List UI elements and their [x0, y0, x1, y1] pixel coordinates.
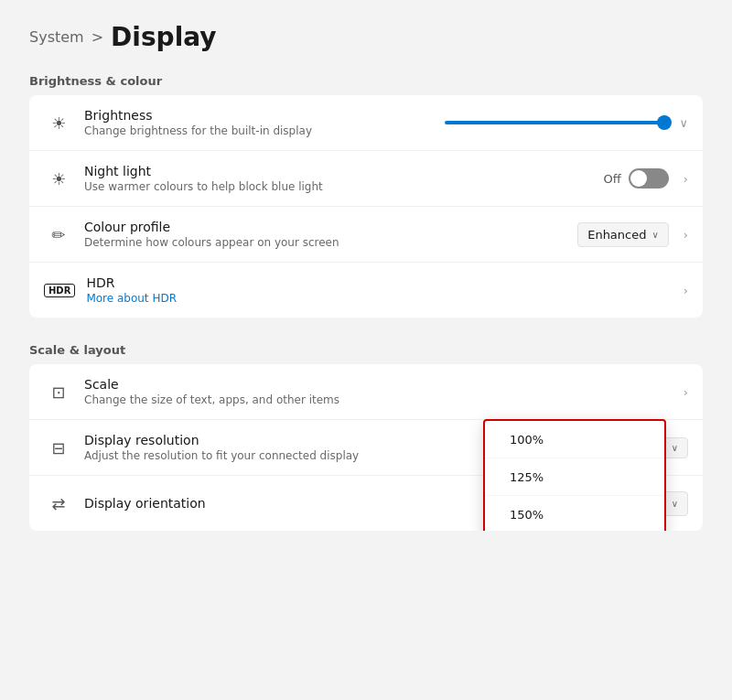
scale-dropdown-popup: 100% 125% 150% 175% 200% (Recommended)	[483, 419, 666, 531]
colour-profile-subtitle: Determine how colours appear on your scr…	[84, 236, 577, 249]
colour-profile-text: Colour profile Determine how colours app…	[84, 220, 577, 249]
colour-profile-icon: ✏	[44, 220, 73, 249]
colour-profile-title: Colour profile	[84, 220, 577, 234]
night-light-icon: ☀	[44, 164, 73, 193]
colour-profile-control: Enhanced ∨ ›	[577, 222, 688, 247]
display-resolution-icon: ⊟	[44, 433, 73, 462]
brightness-expand-icon[interactable]: ∨	[679, 116, 688, 130]
scale-row: ⊡ Scale Change the size of text, apps, a…	[29, 364, 703, 420]
scale-option-125-label: 125%	[510, 470, 544, 484]
brightness-slider[interactable]	[445, 121, 664, 124]
night-light-subtitle: Use warmer colours to help block blue li…	[84, 180, 604, 193]
scale-option-100-indicator	[500, 430, 502, 448]
hdr-row: HDR HDR More about HDR ›	[29, 263, 703, 318]
breadcrumb-separator: >	[92, 28, 103, 46]
toggle-knob	[630, 170, 647, 187]
scale-text: Scale Change the size of text, apps, and…	[84, 377, 676, 406]
scale-option-100-label: 100%	[510, 433, 544, 447]
hdr-title: HDR	[86, 275, 675, 290]
display-orientation-chevron-icon: ∨	[672, 499, 678, 509]
night-light-text: Night light Use warmer colours to help b…	[84, 164, 604, 193]
night-light-toggle[interactable]	[629, 168, 669, 188]
scale-icon: ⊡	[44, 377, 73, 406]
hdr-text: HDR More about HDR	[86, 275, 675, 305]
breadcrumb: System > Display	[29, 22, 703, 52]
scale-layout-label: Scale & layout	[29, 343, 703, 357]
breadcrumb-system[interactable]: System	[29, 28, 84, 46]
brightness-title: Brightness	[84, 108, 445, 123]
scale-subtitle: Change the size of text, apps, and other…	[84, 393, 676, 406]
brightness-icon: ☀	[44, 108, 73, 137]
scale-option-125[interactable]: 125%	[485, 458, 664, 496]
scale-option-100[interactable]: 100%	[485, 421, 664, 458]
scale-control: ›	[676, 385, 688, 399]
hdr-expand-icon[interactable]: ›	[684, 284, 688, 297]
night-light-status: Off	[604, 172, 621, 186]
scale-option-150[interactable]: 150%	[485, 496, 664, 531]
scale-option-125-indicator	[500, 468, 502, 486]
night-light-expand-icon[interactable]: ›	[684, 172, 688, 186]
colour-profile-chevron-icon: ∨	[651, 230, 658, 240]
scale-option-150-indicator	[500, 505, 502, 523]
brightness-colour-label: Brightness & colour	[29, 74, 703, 88]
hdr-control: ›	[676, 284, 688, 297]
scale-option-150-label: 150%	[510, 508, 544, 522]
breadcrumb-current: Display	[111, 22, 216, 52]
hdr-badge-icon: HDR	[44, 284, 75, 297]
scale-expand-icon[interactable]: ›	[684, 385, 688, 399]
brightness-row: ☀ Brightness Change brightness for the b…	[29, 95, 703, 151]
brightness-text: Brightness Change brightness for the bui…	[84, 108, 445, 137]
hdr-link[interactable]: More about HDR	[86, 292, 177, 305]
colour-profile-row: ✏ Colour profile Determine how colours a…	[29, 207, 703, 263]
night-light-row: ☀ Night light Use warmer colours to help…	[29, 151, 703, 207]
scale-layout-card: ⊡ Scale Change the size of text, apps, a…	[29, 364, 703, 531]
settings-page: System > Display Brightness & colour ☀ B…	[0, 0, 732, 700]
display-resolution-chevron-icon: ∨	[672, 443, 678, 453]
night-light-title: Night light	[84, 164, 604, 178]
night-light-control: Off ›	[604, 168, 688, 188]
brightness-control[interactable]: ∨	[445, 116, 688, 130]
colour-profile-expand-icon[interactable]: ›	[684, 228, 688, 242]
colour-profile-value: Enhanced	[587, 228, 646, 242]
scale-title: Scale	[84, 377, 676, 392]
colour-profile-dropdown[interactable]: Enhanced ∨	[577, 222, 669, 247]
brightness-subtitle: Change brightness for the built-in displ…	[84, 124, 445, 137]
brightness-colour-card: ☀ Brightness Change brightness for the b…	[29, 95, 703, 318]
display-orientation-icon: ⇄	[44, 489, 73, 518]
